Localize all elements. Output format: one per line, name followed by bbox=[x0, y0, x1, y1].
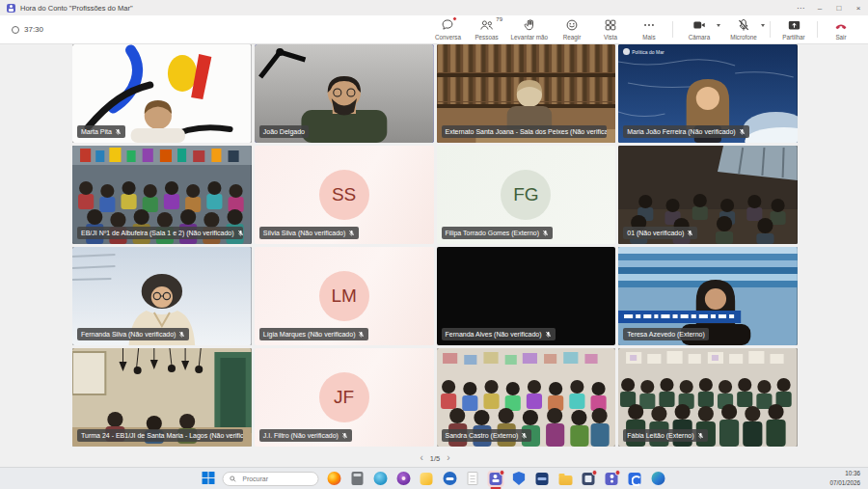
app-with-badge-icon[interactable] bbox=[581, 471, 597, 487]
toolbar-divider bbox=[672, 21, 673, 38]
leave-button[interactable]: Sair bbox=[822, 15, 860, 43]
notification-badge bbox=[615, 470, 621, 475]
view-button[interactable]: Vista bbox=[591, 15, 630, 43]
participant-tile-albufeira[interactable]: EB/JI Nº1 de Albufeira (Sala 1 e 2) (Não… bbox=[72, 146, 252, 244]
toolbar-divider bbox=[817, 21, 818, 38]
participant-nameplate: Lígia Marques (Não verificado) bbox=[259, 328, 369, 340]
participant-tile-fabia-leitao[interactable]: Fábia Leitão (Externo) bbox=[618, 348, 798, 447]
participant-nameplate: Fernanda Silva (Não verificado) bbox=[77, 328, 189, 340]
microphone-options-chevron[interactable] bbox=[761, 24, 765, 27]
participant-tile-silvia-silva[interactable]: SS Sílvia Silva (Não verificado) bbox=[255, 146, 434, 244]
taskbar-search[interactable] bbox=[223, 472, 319, 486]
react-button[interactable]: Reagir bbox=[553, 15, 591, 43]
chat-button[interactable]: Conversa bbox=[428, 15, 467, 43]
participant-tile-filipa-torrado-gomes[interactable]: FG Filipa Torrado Gomes (Externo) bbox=[437, 146, 616, 244]
chat-notification-dot bbox=[452, 16, 457, 21]
participant-tile-ji-filtro[interactable]: JF J.I. Filtro (Não verificado) bbox=[255, 348, 434, 447]
participant-nameplate: Marta Pita bbox=[77, 125, 125, 138]
participant-nameplate: Externato Santa Joana - Sala dos Peixes … bbox=[442, 125, 608, 138]
raise-hand-icon bbox=[523, 18, 536, 32]
taskbar-center bbox=[203, 468, 666, 489]
participant-tile-01[interactable]: 01 (Não verificado) bbox=[618, 146, 798, 244]
participant-nameplate: Fernanda Alves (Não verificado) bbox=[442, 328, 556, 340]
maximize-button[interactable]: □ bbox=[829, 0, 849, 15]
share-screen-icon bbox=[787, 18, 801, 32]
purple-app-icon[interactable] bbox=[395, 471, 412, 487]
start-button[interactable] bbox=[203, 472, 216, 485]
participant-tile-sandra-castro[interactable]: Sandra Castro (Externo) bbox=[437, 348, 616, 447]
participant-nameplate: Sílvia Silva (Não verificado) bbox=[259, 227, 360, 239]
participant-tile-externato-santa-joana[interactable]: Externato Santa Joana - Sala dos Peixes … bbox=[437, 44, 616, 143]
c-app-icon[interactable] bbox=[627, 471, 643, 487]
yellow-app-icon[interactable] bbox=[419, 471, 435, 487]
participant-tile-fernanda-alves[interactable]: Fernanda Alves (Não verificado) bbox=[437, 247, 616, 345]
participant-tile-fernanda-silva[interactable]: Fernanda Silva (Não verificado) bbox=[72, 247, 252, 345]
edge-icon[interactable] bbox=[650, 471, 666, 487]
next-page-button[interactable]: › bbox=[447, 453, 449, 463]
teamviewer-icon[interactable] bbox=[442, 471, 458, 487]
avatar-initials: FG bbox=[501, 170, 551, 220]
notepad-icon[interactable] bbox=[465, 471, 481, 487]
calculator-icon[interactable] bbox=[349, 471, 366, 487]
watermark-logo: Política do Mar bbox=[623, 48, 664, 55]
notification-badge bbox=[592, 470, 598, 475]
pagination: ‹ 1/5 › bbox=[72, 450, 798, 466]
taskbar-clock[interactable]: 10:36 07/01/2026 bbox=[829, 469, 860, 488]
titlebar-left: Hora do Conto "Profissões do Mar" bbox=[0, 4, 133, 13]
clock-date: 07/01/2026 bbox=[829, 478, 860, 488]
people-app-icon[interactable] bbox=[604, 471, 620, 487]
hang-up-icon bbox=[833, 18, 849, 32]
toolbar-divider bbox=[770, 21, 771, 38]
more-button[interactable]: Mais bbox=[630, 15, 668, 43]
participant-nameplate: 01 (Não verificado) bbox=[623, 227, 697, 239]
participant-nameplate: Filipa Torrado Gomes (Externo) bbox=[442, 227, 554, 239]
participant-nameplate: EB/JI Nº1 de Albufeira (Sala 1 e 2) (Não… bbox=[77, 227, 243, 239]
teams-meeting-window: Hora do Conto "Profissões do Mar" ⋯ – □ … bbox=[0, 0, 868, 489]
avatar-initials: LM bbox=[319, 271, 369, 321]
prev-page-button[interactable]: ‹ bbox=[420, 453, 422, 463]
security-shield-icon[interactable] bbox=[511, 471, 528, 487]
participant-tile-joao-delgado[interactable]: João Delgado bbox=[255, 44, 434, 143]
window-more-button[interactable]: ⋯ bbox=[791, 0, 810, 15]
camera-button[interactable]: Câmara bbox=[677, 15, 721, 43]
participant-tile-ligia-marques[interactable]: LM Lígia Marques (Não verificado) bbox=[255, 247, 434, 345]
share-button[interactable]: Partilhar bbox=[774, 15, 813, 43]
camera-options-chevron[interactable] bbox=[717, 24, 720, 27]
file-explorer-icon[interactable] bbox=[557, 471, 574, 487]
meeting-stage: Marta Pita bbox=[0, 44, 868, 467]
mic-muted-icon bbox=[542, 230, 549, 236]
microphone-muted-icon bbox=[737, 18, 750, 32]
participant-tile-teresa-azevedo[interactable]: Teresa Azevedo (Externo) bbox=[618, 247, 798, 345]
camera-icon bbox=[692, 18, 707, 32]
mic-muted-icon bbox=[115, 128, 122, 135]
timer-icon bbox=[12, 26, 19, 34]
ellipsis-icon bbox=[642, 18, 656, 32]
microphone-button[interactable]: Microfone bbox=[721, 15, 766, 43]
search-input[interactable] bbox=[240, 475, 312, 483]
navy-app-icon[interactable] bbox=[534, 471, 551, 487]
participant-tile-turma-24[interactable]: Turma 24 - EB1/JI de Santa Maria - Lagos… bbox=[72, 348, 252, 447]
timer-value: 37:30 bbox=[24, 25, 43, 34]
people-button[interactable]: 79 Pessoas bbox=[467, 15, 505, 43]
clock-time: 10:36 bbox=[829, 469, 860, 478]
minimize-button[interactable]: – bbox=[810, 0, 829, 15]
toolbar-controls: Conversa 79 Pessoas Levantar mão R bbox=[428, 15, 860, 43]
window-controls: ⋯ – □ × bbox=[791, 0, 868, 15]
windows-taskbar: 10:36 07/01/2026 bbox=[0, 467, 868, 489]
avatar-initials: JF bbox=[319, 372, 369, 422]
smiley-icon bbox=[565, 18, 579, 32]
teams-taskbar-icon[interactable] bbox=[488, 471, 504, 487]
participant-nameplate: J.I. Filtro (Não verificado) bbox=[259, 429, 352, 442]
teams-app-icon bbox=[7, 4, 15, 13]
teal-app-icon[interactable] bbox=[372, 471, 389, 487]
grid-view-icon bbox=[604, 18, 617, 32]
participant-tile-marta-pita[interactable]: Marta Pita bbox=[72, 44, 252, 143]
page-indicator: 1/5 bbox=[430, 454, 440, 463]
participant-tile-maria-joao-ferreira[interactable]: Política do Mar Maria João Ferreira (Não… bbox=[618, 44, 798, 143]
avatar-initials: SS bbox=[319, 170, 369, 220]
participant-nameplate: Turma 24 - EB1/JI de Santa Maria - Lagos… bbox=[77, 429, 243, 442]
firefox-icon[interactable] bbox=[326, 471, 342, 487]
raise-hand-button[interactable]: Levantar mão bbox=[505, 15, 553, 43]
mic-muted-icon bbox=[178, 331, 185, 338]
close-button[interactable]: × bbox=[849, 0, 868, 15]
